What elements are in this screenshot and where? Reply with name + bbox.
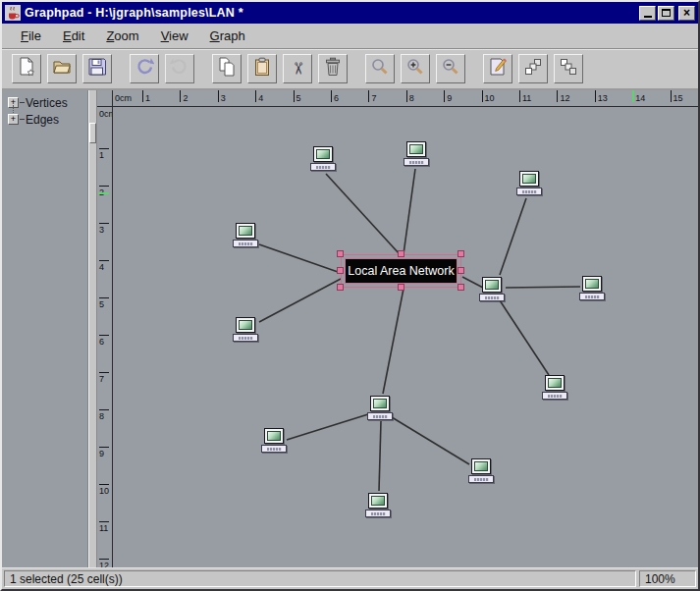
status-message: 1 selected (25 cell(s)): [4, 570, 636, 587]
vruler-tick: [99, 484, 109, 485]
computer-node[interactable]: [578, 276, 606, 300]
selection-handle-nw[interactable]: [337, 250, 344, 257]
close-button[interactable]: ×: [678, 6, 695, 21]
computer-node[interactable]: [260, 428, 288, 453]
graph-canvas[interactable]: Local Area Network: [113, 107, 698, 567]
vruler-tick: [99, 186, 109, 187]
sidebar-item-vertices[interactable]: Vertices: [26, 96, 68, 110]
network-edge[interactable]: [287, 414, 368, 440]
menu-bar: FileEditZoomViewGraph: [2, 24, 698, 49]
computer-node[interactable]: [478, 277, 506, 301]
edit-pencil-icon: [488, 57, 508, 81]
tree-expand-edges-icon[interactable]: +: [8, 114, 19, 125]
network-edge[interactable]: [259, 279, 341, 322]
network-edge[interactable]: [500, 300, 549, 375]
selection-handle-sw[interactable]: [337, 284, 344, 291]
toolbar-zoom-in-button[interactable]: [401, 54, 430, 83]
menu-zoom[interactable]: Zoom: [97, 26, 147, 46]
selection-outline[interactable]: Local Area Network: [341, 254, 461, 288]
toolbar-delete-button[interactable]: [318, 54, 348, 83]
computer-base-icon: [542, 392, 567, 400]
menu-edit[interactable]: Edit: [54, 26, 93, 46]
paste-icon: [252, 57, 272, 81]
computer-node[interactable]: [364, 493, 392, 517]
toolbar-redo-button: [165, 54, 194, 83]
splitter-handle[interactable]: [89, 123, 96, 143]
toolbar-new-button[interactable]: [12, 54, 41, 83]
maximize-button[interactable]: [658, 6, 674, 21]
scissors-icon: ✂: [291, 60, 304, 78]
selected-node-label[interactable]: Local Area Network: [345, 258, 458, 284]
vruler-tick: [99, 223, 109, 224]
toolbar-cut-button[interactable]: ✂: [283, 54, 312, 83]
tree-branch-line: [20, 102, 25, 103]
minimize-button[interactable]: [639, 6, 656, 21]
vruler-tick: [99, 447, 109, 448]
computer-node[interactable]: [232, 317, 259, 342]
toolbar-save-button[interactable]: [82, 54, 112, 83]
selection-handle-e[interactable]: [458, 267, 464, 274]
toolbar-edit-button[interactable]: [483, 54, 512, 83]
ruler-corner: [97, 90, 113, 107]
network-edge[interactable]: [259, 244, 341, 273]
selection-handle-w[interactable]: [337, 267, 344, 274]
panel-splitter[interactable]: [88, 90, 97, 567]
computer-monitor-icon: [545, 375, 565, 391]
copy-icon: [217, 57, 237, 81]
computer-node[interactable]: [403, 141, 430, 166]
hruler-tick-label: 13: [598, 93, 608, 103]
selection-handle-ne[interactable]: [458, 250, 464, 257]
network-edge[interactable]: [326, 174, 400, 254]
network-edge[interactable]: [392, 417, 469, 464]
toolbar-zoom-button[interactable]: [365, 54, 395, 83]
computer-base-text: [239, 337, 253, 340]
vruler-tick-label: 9: [99, 449, 104, 458]
vertical-ruler: 0cm123456789101112: [97, 107, 113, 567]
menu-graph[interactable]: Graph: [201, 26, 254, 46]
selection-handle-s[interactable]: [398, 284, 404, 291]
network-edge[interactable]: [500, 198, 526, 275]
computer-base-text: [316, 166, 331, 169]
computer-base-text: [585, 296, 600, 298]
selection-handle-n[interactable]: [398, 250, 404, 257]
window-title: Graphpad - H:\jgraph\samples\LAN *: [25, 6, 639, 20]
vruler-tick: [99, 409, 109, 410]
network-edge[interactable]: [383, 289, 404, 394]
network-edge[interactable]: [506, 287, 580, 288]
tree-branch-line: [20, 119, 25, 120]
toolbar-undo-button[interactable]: [130, 54, 159, 83]
toolbar-paste-button[interactable]: [247, 54, 277, 83]
computer-base-icon: [365, 510, 391, 517]
computer-node[interactable]: [366, 396, 394, 420]
toolbar-to-front-button[interactable]: [518, 54, 548, 83]
network-edge[interactable]: [379, 421, 381, 491]
computer-monitor-icon: [370, 396, 390, 411]
application-window: Graphpad - H:\jgraph\samples\LAN * × Fil…: [0, 0, 700, 591]
vruler-tick: [99, 297, 109, 298]
menu-file[interactable]: File: [12, 26, 50, 46]
computer-screen: [585, 279, 599, 289]
menu-view[interactable]: View: [152, 26, 197, 46]
network-edge[interactable]: [404, 169, 415, 254]
toolbar-open-button[interactable]: [47, 54, 77, 83]
toolbar-zoom-out-button[interactable]: [436, 54, 465, 83]
vruler-tick: [99, 260, 109, 261]
coffee-cup-icon[interactable]: [5, 5, 21, 21]
computer-node[interactable]: [232, 223, 259, 247]
toolbar-copy-button[interactable]: [212, 54, 242, 83]
hruler-tick-label: 15: [673, 93, 683, 103]
vruler-position-marker: [98, 192, 109, 194]
computer-screen: [522, 174, 536, 184]
hruler-tick: [255, 90, 256, 102]
toolbar-to-back-button[interactable]: [554, 54, 583, 83]
computer-monitor-icon: [264, 428, 284, 444]
selection-handle-se[interactable]: [458, 284, 464, 291]
trash-icon: [323, 57, 343, 81]
computer-node[interactable]: [541, 375, 568, 400]
computer-node[interactable]: [515, 171, 543, 195]
computer-monitor-icon: [236, 317, 255, 333]
computer-node[interactable]: [309, 146, 337, 171]
sidebar-item-edges[interactable]: Edges: [26, 113, 59, 127]
computer-node[interactable]: [467, 458, 495, 483]
computer-base-icon: [516, 188, 542, 195]
